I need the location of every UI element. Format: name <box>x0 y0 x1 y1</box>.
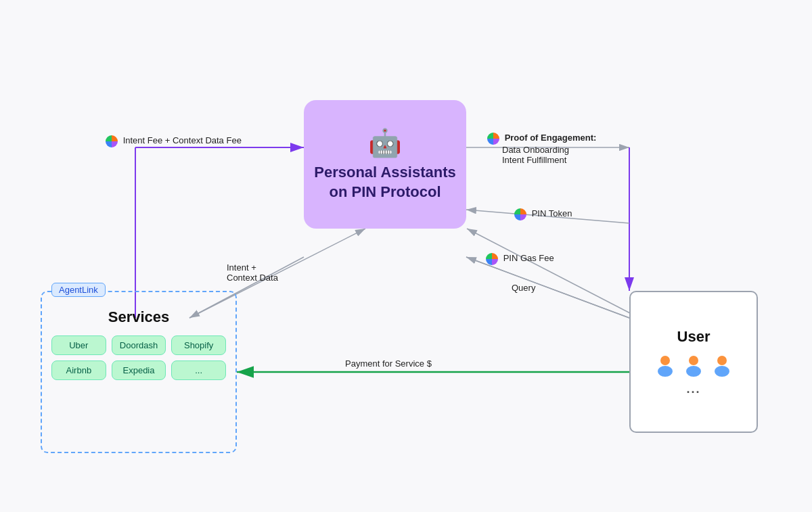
services-box: AgentLink Services Uber Doordash Shopify… <box>41 291 237 453</box>
agentlink-badge: AgentLink <box>51 283 106 297</box>
pa-box: 🤖 Personal Assistants on PIN Protocol <box>304 100 466 229</box>
pin-icon-3 <box>514 208 526 220</box>
service-grid: Uber Doordash Shopify Airbnb Expedia ... <box>42 335 235 380</box>
svg-point-10 <box>660 356 670 365</box>
svg-line-7 <box>467 229 633 315</box>
payment-service-label: Payment for Service $ <box>345 358 432 369</box>
svg-point-15 <box>715 366 729 377</box>
robot-icon: 🤖 <box>368 127 402 159</box>
query-label: Query <box>512 283 535 293</box>
services-title: Services <box>42 308 235 326</box>
user-box-title: User <box>677 328 710 346</box>
proof-of-engagement-label: Proof of Engagement: Data Onboarding Int… <box>487 133 596 165</box>
svg-point-13 <box>686 366 701 377</box>
pin-icon-2 <box>487 133 499 145</box>
svg-line-5 <box>466 257 629 318</box>
svg-point-11 <box>658 366 673 377</box>
service-chip-more: ... <box>171 360 226 380</box>
user-dots: ... <box>686 382 700 396</box>
avatar-2 <box>681 352 706 377</box>
avatar-3 <box>710 352 734 377</box>
pin-token-label: PIN Token <box>514 208 572 220</box>
diagram: 🤖 Personal Assistants on PIN Protocol Us… <box>0 0 812 512</box>
service-chip-doordash: Doordash <box>112 335 166 355</box>
user-box: User ... <box>629 291 758 433</box>
svg-point-12 <box>689 356 698 365</box>
intent-fee-label: Intent Fee + Context Data Fee <box>106 135 242 147</box>
user-avatars <box>653 352 734 377</box>
avatar-1 <box>653 352 677 377</box>
pin-gas-fee-label: PIN Gas Fee <box>486 253 554 265</box>
pin-icon-1 <box>106 135 118 147</box>
pin-icon-4 <box>486 253 498 265</box>
pa-box-title: Personal Assistants on PIN Protocol <box>311 163 459 202</box>
intent-context-label: Intent + Context Data <box>227 262 278 283</box>
service-chip-airbnb: Airbnb <box>51 360 106 380</box>
service-chip-expedia: Expedia <box>112 360 166 380</box>
service-chip-uber: Uber <box>51 335 106 355</box>
service-chip-shopify: Shopify <box>171 335 226 355</box>
svg-point-14 <box>717 356 727 365</box>
